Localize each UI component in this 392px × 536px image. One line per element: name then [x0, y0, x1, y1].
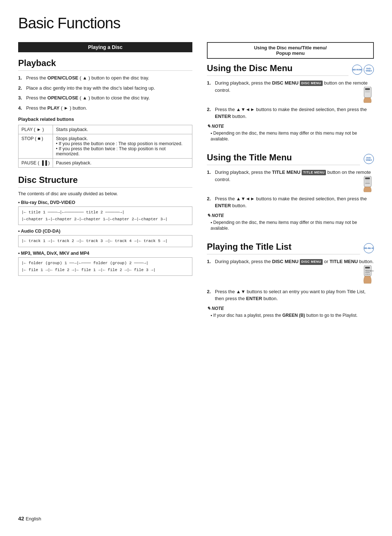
title-list-section: Playing the Title List BD-RE/-R 1. Durin… [207, 242, 374, 318]
playback-step-3: 3. Press the OPEN/CLOSE ( ▲ ) button to … [18, 94, 192, 102]
playback-section: Playback 1. Press the OPEN/CLOSE ( ▲ ) b… [18, 58, 192, 168]
button-pause-label: PAUSE ( ▐▐ ) [19, 159, 53, 168]
bd-re-badge: BD-RE/-R [364, 243, 374, 253]
disc-menu-step-1: 1. During playback, press the DISC MENU … [207, 79, 374, 103]
title-list-note-list: If your disc has a playlist, press the G… [207, 312, 374, 319]
remote-hand-icon-3: TITLE MENU POPUP [361, 265, 374, 285]
disc-structure-intro: The contents of disc are usually divided… [18, 191, 192, 196]
page-title: Basic Functions [18, 15, 374, 32]
playback-step-4: 4. Press the PLAY ( ► ) button. [18, 105, 192, 112]
playback-heading: Playback [18, 58, 192, 71]
playback-step-1: 1. Press the OPEN/CLOSE ( ▲ ) button to … [18, 74, 192, 82]
disc-menu-note-list: Depending on the disc, the menu items ma… [207, 130, 374, 143]
mp3-diagram: |← folder (group) 1 ──→|←──── folder (gr… [18, 257, 192, 276]
svg-rect-6 [365, 183, 370, 184]
title-list-note: ✎ NOTE If your disc has a playlist, pres… [207, 306, 374, 319]
disc-menu-inline-badge: DISC MENU [300, 81, 323, 86]
disc-menu-steps: 1. During playback, press the DISC MENU … [207, 79, 374, 120]
title-menu-section: Using the Title Menu DVD-VIDEO 1. During… [207, 152, 374, 232]
title-list-note-label: ✎ NOTE [207, 306, 374, 311]
title-menu-step-1: 1. During playback, press the TITLE MENU… [207, 169, 374, 192]
button-stop-desc: Stops playback. • If you press the butto… [53, 134, 192, 159]
button-play-desc: Starts playback. [53, 125, 192, 134]
dvd-video-badge-1: DVD-VIDEO [364, 65, 374, 75]
blu-ray-label: • Blu-ray Disc, DVD-VIDEO [18, 200, 192, 205]
playback-buttons-table: PLAY ( ► ) Starts playback. STOP ( ■ ) S… [18, 125, 192, 168]
title-menu-note-list: Depending on the disc, the menu items ma… [207, 220, 374, 232]
dvd-video-badge-2: DVD-VIDEO [364, 154, 374, 164]
title-list-step-2: 2. Press the ▲▼ buttons to select an ent… [207, 288, 374, 302]
title-menu-badges: DVD-VIDEO [364, 154, 374, 164]
page-number: 42 English [18, 515, 41, 521]
svg-rect-5 [365, 180, 370, 182]
remote-hand-icon-1 [361, 87, 374, 103]
playback-steps: 1. Press the OPEN/CLOSE ( ▲ ) button to … [18, 74, 192, 111]
bd-rom-badge: BD-ROM [352, 65, 362, 75]
title-list-heading: Playing the Title List [207, 242, 360, 254]
svg-text:POPUP: POPUP [365, 274, 370, 275]
title-list-steps: 1. During playback, press the DISC MENU … [207, 258, 374, 302]
disc-menu-note-label: ✎ NOTE [207, 124, 374, 129]
audio-cd-diagram: |← track 1 →|← track 2 →|← track 3 →|← t… [18, 235, 192, 247]
disc-menu-heading: Using the Disc Menu [207, 63, 348, 76]
remote-hand-icon-2 [361, 176, 374, 192]
title-list-step-1: 1. During playback, press the DISC MENU … [207, 258, 374, 285]
disc-menu-badge-2: DISC MENU [300, 259, 323, 265]
svg-rect-10 [365, 272, 370, 273]
disc-menu-section: Using the Disc Menu BD-ROM DVD-VIDEO 1. … [207, 63, 374, 142]
audio-cd-label: • Audio CD (CD-DA) [18, 229, 192, 234]
svg-rect-4 [365, 177, 370, 179]
table-row: PAUSE ( ▐▐ ) Pauses playback. [19, 159, 192, 168]
title-menu-steps: 1. During playback, press the TITLE MENU… [207, 169, 374, 209]
title-menu-note: ✎ NOTE Depending on the disc, the menu i… [207, 213, 374, 232]
table-row: PLAY ( ► ) Starts playback. [19, 125, 192, 134]
button-stop-label: STOP ( ■ ) [19, 134, 53, 159]
playback-step-2: 2. Place a disc gently into the tray wit… [18, 85, 192, 92]
title-menu-inline-badge: TITLE MENU [302, 170, 326, 176]
disc-menu-step-2: 2. Press the ▲▼◄► buttons to make the de… [207, 106, 374, 120]
disc-menu-badges: BD-ROM DVD-VIDEO [352, 65, 374, 75]
disc-structure-heading: Disc Structure [18, 175, 192, 188]
playback-buttons-heading: Playback related buttons [18, 116, 192, 122]
svg-rect-8 [365, 267, 370, 269]
blu-ray-diagram: |← title 1 ────→|←──────── title 2 ─────… [18, 206, 192, 225]
mp3-label: • MP3, WMA, DivX, MKV and MP4 [18, 251, 192, 256]
title-menu-note-label: ✎ NOTE [207, 213, 374, 218]
svg-rect-2 [365, 91, 370, 93]
disc-structure-section: Disc Structure The contents of disc are … [18, 175, 192, 276]
button-pause-desc: Pauses playback. [53, 159, 192, 168]
title-list-badges: BD-RE/-R [364, 243, 374, 253]
title-menu-heading: Using the Title Menu [207, 152, 360, 165]
playing-a-disc-header: Playing a Disc [18, 42, 192, 52]
title-menu-step-2: 2. Press the ▲▼◄► buttons to make the de… [207, 195, 374, 209]
table-row: STOP ( ■ ) Stops playback. • If you pres… [19, 134, 192, 159]
svg-rect-1 [365, 88, 370, 90]
svg-text:TITLE MENU: TITLE MENU [365, 270, 374, 272]
button-play-label: PLAY ( ► ) [19, 125, 53, 134]
disc-menu-note: ✎ NOTE Depending on the disc, the menu i… [207, 124, 374, 143]
right-header: Using the Disc menu/Title menu/ Popup me… [207, 42, 374, 59]
